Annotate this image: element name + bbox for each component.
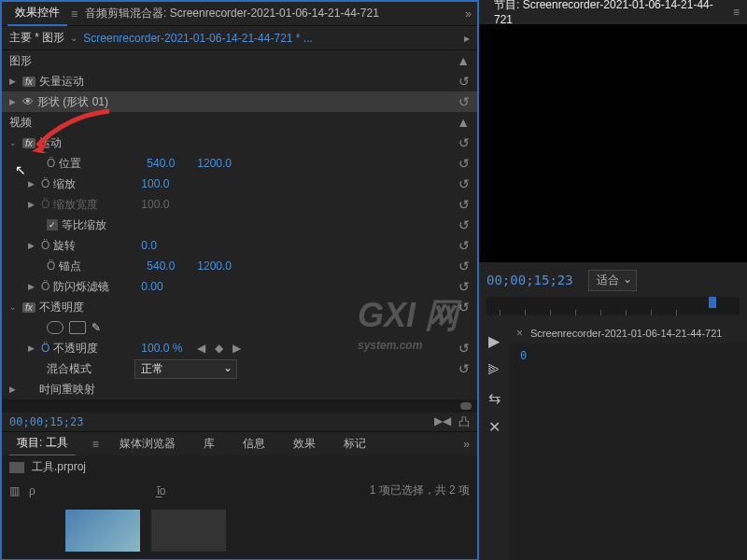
row-uniform-scale[interactable]: ✓ 等比缩放 ↺ <box>2 215 477 235</box>
tab-library[interactable]: 库 <box>196 432 222 455</box>
reset-icon[interactable]: ↺ <box>458 341 470 356</box>
search-icon[interactable]: ρ <box>29 484 35 497</box>
sequence-pos[interactable]: 0 <box>520 349 527 362</box>
close-icon[interactable]: × <box>516 327 523 340</box>
tab-audio-mixer[interactable]: 音频剪辑混合器: Screenrecorder-2021-01-06-14-21… <box>78 2 387 25</box>
collapse-icon[interactable]: ▲ <box>457 53 470 68</box>
next-keyframe-icon[interactable]: ▶ <box>233 342 241 355</box>
clip-link[interactable]: Screenrecorder-2021-01-06-14-21-44-721 *… <box>83 32 312 45</box>
stopwatch-icon[interactable]: Ö <box>41 177 49 190</box>
tab-media-browser[interactable]: 媒体浏览器 <box>112 432 183 455</box>
reset-icon[interactable]: ↺ <box>458 300 470 315</box>
expand-icon[interactable]: ⌄ <box>9 138 19 147</box>
add-keyframe-icon[interactable]: ◆ <box>215 342 223 355</box>
sort-icon[interactable]: ī̲̲o <box>157 484 166 497</box>
timecode[interactable]: 00;00;15;23 <box>9 415 83 428</box>
row-opacity-effect[interactable]: ⌄ fx 不透明度 ↺ <box>2 297 477 317</box>
rotation-value[interactable]: 0.0 <box>141 239 188 252</box>
program-monitor[interactable] <box>479 24 747 262</box>
reset-icon[interactable]: ↺ <box>458 94 470 109</box>
antiflicker-value[interactable]: 0.00 <box>141 280 188 293</box>
fx-badge-icon[interactable]: fx <box>22 138 35 148</box>
expand-icon[interactable]: ▶ <box>28 343 37 353</box>
blend-dropdown[interactable]: 正常 <box>134 359 237 379</box>
track-select-tool-icon[interactable]: ⫸ <box>486 361 501 378</box>
program-timecode[interactable]: 00;00;15;23 <box>486 273 573 287</box>
row-vector-motion[interactable]: ▶ fx 矢量运动 ↺ <box>2 71 477 91</box>
expand-icon[interactable]: ▶ <box>9 77 19 86</box>
tab-effect-controls[interactable]: 效果控件 <box>7 1 67 26</box>
program-ruler[interactable] <box>486 297 740 315</box>
anchor-x[interactable]: 540.0 <box>147 259 193 273</box>
fx-badge-icon[interactable]: fx <box>22 302 35 313</box>
row-antiflicker[interactable]: ▶ Ö 防闪烁滤镜 0.00 ↺ <box>2 276 477 297</box>
chevron-down-icon[interactable]: ⌄ <box>70 33 78 43</box>
overflow-icon[interactable]: » <box>465 7 472 21</box>
pen-mask-icon[interactable]: ✎ <box>92 321 101 334</box>
clip-thumbnail[interactable] <box>151 510 226 552</box>
tab-effects[interactable]: 效果 <box>286 432 323 455</box>
anchor-y[interactable]: 1200.0 <box>197 259 244 273</box>
playhead-marker[interactable] <box>709 297 716 308</box>
tab-project[interactable]: 项目: 工具 <box>9 431 76 456</box>
reset-icon[interactable]: ↺ <box>458 156 470 171</box>
stopwatch-icon[interactable]: Ö <box>41 239 49 252</box>
row-anchor[interactable]: Ö 锚点 540.0 1200.0 ↺ <box>2 256 477 276</box>
panel-menu-icon[interactable]: ≡ <box>71 7 78 21</box>
reset-icon[interactable]: ↺ <box>458 238 470 253</box>
selection-tool-icon[interactable]: ▶ <box>488 332 500 350</box>
position-x[interactable]: 540.0 <box>147 157 193 170</box>
clip-thumbnail[interactable] <box>65 510 140 552</box>
row-motion[interactable]: ⌄ fx 运动 ↺ <box>2 133 477 153</box>
opacity-value[interactable]: 100.0 % <box>141 342 188 355</box>
panel-menu-icon[interactable]: ≡ <box>733 6 740 19</box>
collapse-icon[interactable]: ▲ <box>457 115 470 130</box>
expand-icon[interactable]: ▶ <box>9 385 19 394</box>
expand-icon[interactable]: ▶ <box>9 97 19 106</box>
position-y[interactable]: 1200.0 <box>197 157 244 170</box>
expand-icon[interactable]: ⌄ <box>9 302 19 312</box>
zoom-dropdown[interactable]: 适合 <box>588 270 637 291</box>
expand-icon[interactable]: ▶ <box>28 241 37 250</box>
reset-icon[interactable]: ↺ <box>458 176 470 191</box>
expand-icon[interactable]: ▶ <box>28 282 37 291</box>
rect-mask-icon[interactable] <box>69 321 86 334</box>
scale-value[interactable]: 100.0 <box>141 177 188 190</box>
row-time-remap[interactable]: ▶ fx 时间重映射 <box>2 379 477 399</box>
row-shape[interactable]: ▶ 👁 形状 (形状 01) ↺ <box>2 91 477 112</box>
reset-icon[interactable]: ↺ <box>458 135 470 150</box>
stopwatch-icon[interactable]: Ö <box>41 280 49 293</box>
eye-icon[interactable]: 👁 <box>22 95 34 108</box>
horiz-scrollbar[interactable] <box>2 399 477 413</box>
razor-tool-icon[interactable]: ✕ <box>488 418 500 436</box>
row-blend-mode[interactable]: 混合模式 正常 ↺ <box>2 358 477 379</box>
tab-sequence[interactable]: Screenrecorder-2021-01-06-14-21-44-721 <box>530 328 722 339</box>
reset-icon[interactable]: ↺ <box>458 259 470 273</box>
row-rotation[interactable]: ▶ Ö 旋转 0.0 ↺ <box>2 235 477 256</box>
uniform-checkbox[interactable]: ✓ <box>47 219 58 231</box>
tab-markers[interactable]: 标记 <box>336 432 374 455</box>
stopwatch-icon[interactable]: Ö <box>47 157 55 170</box>
export-icon[interactable]: 凸 <box>458 414 470 430</box>
filter-bin-icon[interactable]: ▥ <box>9 484 20 497</box>
ellipse-mask-icon[interactable] <box>47 321 63 334</box>
row-opacity-prop[interactable]: ▶ Ö 不透明度 100.0 % ◀ ◆ ▶ ↺ <box>2 338 477 358</box>
panel-menu-icon[interactable]: ≡ <box>92 438 99 451</box>
toggle-icon[interactable]: ▶◀ <box>434 414 451 430</box>
expand-icon[interactable]: ▶ <box>28 179 37 189</box>
group-graphic[interactable]: 图形 ▲ <box>2 50 477 71</box>
reset-icon[interactable]: ↺ <box>458 279 470 294</box>
playhead-icon[interactable]: ▸ <box>464 32 470 45</box>
reset-icon[interactable]: ↺ <box>458 217 470 232</box>
stopwatch-icon[interactable]: Ö <box>41 342 49 355</box>
fx-badge-icon[interactable]: fx <box>22 77 35 87</box>
scroll-thumb[interactable] <box>460 402 472 410</box>
tab-info[interactable]: 信息 <box>235 432 273 455</box>
reset-icon[interactable]: ↺ <box>458 74 470 89</box>
overflow-icon[interactable]: » <box>463 438 470 451</box>
reset-icon[interactable]: ↺ <box>458 361 470 376</box>
group-video[interactable]: 视频 ▲ <box>2 112 477 133</box>
ripple-tool-icon[interactable]: ⇆ <box>488 389 500 407</box>
row-scale[interactable]: ▶ Ö 缩放 100.0 ↺ <box>2 174 477 194</box>
prev-keyframe-icon[interactable]: ◀ <box>197 342 205 355</box>
